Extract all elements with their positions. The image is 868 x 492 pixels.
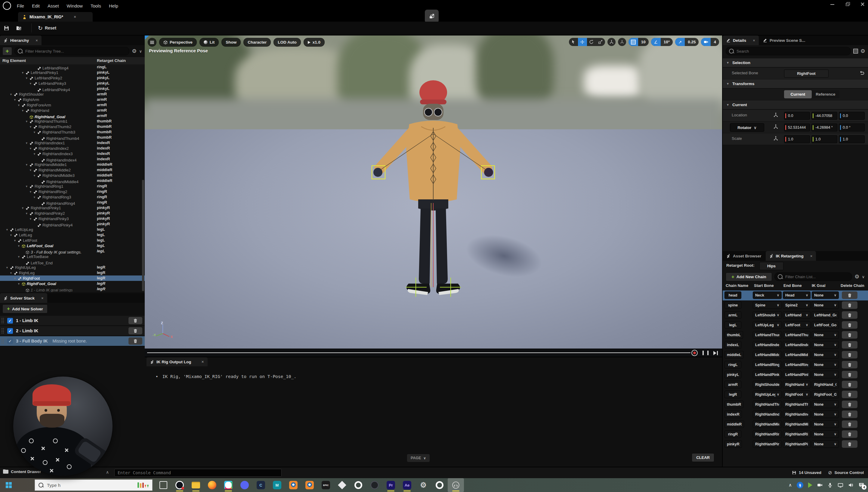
chain-row-head[interactable]: headNeck∨Head∨None∨ [723, 291, 868, 300]
expander-icon[interactable]: ▼ [9, 92, 13, 97]
chain-name-field[interactable]: armL [724, 311, 741, 319]
tab-ik-retargeting[interactable]: IK Retargeting × [766, 251, 816, 261]
chevron-up-icon[interactable]: ∧ [106, 470, 109, 474]
world-space-icon[interactable] [607, 38, 616, 46]
expander-icon[interactable]: ▼ [33, 195, 36, 200]
end-bone-dropdown[interactable]: LeftHandMiddl [783, 351, 811, 359]
ik-goal-dropdown[interactable]: None∨ [812, 361, 839, 368]
start-bone-dropdown[interactable]: LeftHandIndex [753, 341, 782, 348]
content-drawer-button[interactable]: Content Drawer [3, 469, 42, 474]
ik-goal-dropdown[interactable]: None∨ [812, 291, 839, 299]
tree-row-righthandmiddle1[interactable]: ▼RightHandMiddle1middleR [0, 162, 145, 167]
expander-icon[interactable]: ▼ [25, 162, 28, 168]
expander-icon[interactable]: ▼ [18, 243, 21, 249]
chain-row-ringL[interactable]: ringLLeftHandRing1LeftHandRing4None∨ [723, 360, 868, 370]
tree-row-righthandpinky1[interactable]: ▼RightHandPinky1pinkyR [0, 205, 145, 211]
taskbar-icon-c4d[interactable]: C [253, 478, 269, 492]
taskbar-icon-ring[interactable] [350, 478, 366, 492]
tab-solver-stack[interactable]: Solver Stack × [0, 293, 47, 303]
drag-handle-icon[interactable] [1, 328, 4, 334]
chain-row-legL[interactable]: legLLeftUpLeg∨LeftFoot∨LeftFoot_Go [723, 320, 868, 330]
scale-y-field[interactable]: 1.0 [812, 135, 837, 143]
snap-grid[interactable]: 10 [628, 38, 649, 46]
end-bone-dropdown[interactable]: LeftHand∨ [783, 311, 811, 319]
chain-name-field[interactable]: head [724, 291, 741, 299]
chain-name-field[interactable]: armR [724, 381, 741, 388]
end-bone-dropdown[interactable]: LeftHandPinky [783, 371, 811, 378]
solver-row-2[interactable]: ✓2 - Limb IK [0, 326, 145, 336]
start-bone-dropdown[interactable]: Neck∨ [753, 291, 782, 299]
expander-icon[interactable]: ▼ [29, 146, 32, 151]
end-bone-dropdown[interactable]: RightHandRing [783, 430, 811, 438]
tree-row-lefttoe-end[interactable]: LeftToe_End [0, 259, 145, 265]
add-rig-element-button[interactable]: + [2, 47, 12, 55]
ik-goal-dropdown[interactable]: None∨ [812, 400, 839, 408]
taskbar-icon-obs[interactable] [171, 478, 188, 492]
tree-row-leftfoot-goal[interactable]: ▼LeftFoot_GoallegL [0, 243, 145, 248]
ik-goal-dropdown[interactable]: None∨ [812, 341, 839, 348]
delete-chain-button[interactable] [842, 351, 858, 359]
expander-icon[interactable]: ▼ [21, 70, 24, 75]
chevron-down-icon[interactable]: ∨ [139, 49, 142, 53]
viewport-pill-x1-0[interactable]: x1.0 [304, 38, 324, 47]
pause-icon[interactable] [702, 351, 708, 355]
start-bone-dropdown[interactable]: RightHandInde [753, 411, 782, 418]
tree-row-righthandpinky2[interactable]: ▼RightHandPinky2pinkyR [0, 211, 145, 216]
chain-filter-input[interactable] [785, 274, 849, 279]
chain-name-field[interactable]: legL [724, 321, 741, 329]
expander-icon[interactable]: ▼ [25, 141, 28, 146]
rotator-z-field[interactable]: 0.0 ° [839, 124, 865, 131]
expander-icon[interactable]: ▼ [18, 281, 21, 287]
ik-goal-dropdown[interactable]: None∨ [812, 371, 839, 378]
selection-section-header[interactable]: ▼ Selection [723, 58, 868, 67]
menu-help[interactable]: Help [109, 3, 118, 8]
taskbar-icon-settings[interactable]: ⚙ [415, 478, 431, 492]
mode-reference-button[interactable]: Reference [812, 90, 839, 98]
solver-checkbox[interactable]: ✓ [7, 318, 13, 324]
tree-row-rightshoulder[interactable]: ▼RightShoulderarmR [0, 92, 145, 97]
delete-chain-button[interactable] [842, 391, 858, 398]
viewport-pill-lod-auto[interactable]: LOD Auto [273, 38, 300, 47]
start-bone-dropdown[interactable]: LeftHandPinky [753, 371, 782, 378]
expander-icon[interactable]: ▼ [6, 265, 9, 270]
end-bone-dropdown[interactable]: RightHandInde [783, 411, 811, 418]
menu-asset[interactable]: Asset [48, 3, 59, 8]
chain-row-pinkyR[interactable]: pinkyRRightHandPinkRightHandPinkNone∨ [723, 439, 868, 449]
expander-icon[interactable]: ▼ [29, 124, 32, 130]
save-button[interactable] [4, 24, 9, 32]
expander-icon[interactable]: ▼ [18, 102, 21, 108]
solver-row-3[interactable]: ✓3 - Full Body IKMissing root bone. [0, 336, 145, 346]
ik-goal-dropdown[interactable]: None∨ [812, 420, 839, 428]
tree-row-lefthandpinky4[interactable]: LeftHandPinky4pinkyL [0, 86, 145, 92]
tree-row-3-full-body-ik-goal-settings-[interactable]: 3 - Full Body IK goal settings.legL [0, 248, 145, 254]
taskbar-icon-taskview[interactable] [155, 478, 171, 492]
expander-icon[interactable]: ▼ [25, 75, 28, 81]
ik-goal-dropdown[interactable]: None∨ [812, 440, 839, 448]
solver-checkbox[interactable]: ✓ [7, 338, 13, 344]
start-bone-dropdown[interactable]: RightShoulder [753, 381, 782, 388]
start-bone-dropdown[interactable]: LeftShoulder∨ [753, 311, 782, 319]
chain-row-thumbL[interactable]: thumbLLeftHandThumLeftHandThumNone∨ [723, 330, 868, 340]
delete-solver-button[interactable] [128, 327, 142, 335]
tree-row-righthandindex4[interactable]: RightHandIndex4indexR [0, 156, 145, 162]
tree-row-righthandring4[interactable]: RightHandRing4ringR [0, 200, 145, 205]
ik-goal-dropdown[interactable]: LeftHand_Go [812, 311, 839, 319]
scale-z-field[interactable]: 1.0 [839, 135, 865, 143]
expander-icon[interactable]: ▼ [9, 270, 13, 276]
delete-chain-button[interactable] [842, 331, 858, 339]
tray-mic-icon[interactable] [827, 483, 833, 488]
tree-row-righthandindex3[interactable]: ▼RightHandIndex3indexR [0, 151, 145, 156]
tree-row-rightfoot[interactable]: ▼RightFootlegR [0, 275, 145, 281]
tab-details[interactable]: Details × [723, 35, 759, 45]
tree-row-lefthandring4[interactable]: LeftHandRing4ringL [0, 64, 145, 70]
chain-name-field[interactable]: ringR [724, 430, 741, 438]
tree-row-rightfoot-goal[interactable]: ▼RightFoot_GoallegR [0, 281, 145, 286]
close-solver-tab-icon[interactable]: × [41, 296, 44, 300]
viewport-pill-character[interactable]: Character [243, 38, 271, 47]
tree-row-lefthandpinky3[interactable]: ▼LeftHandPinky3pinkyL [0, 81, 145, 86]
solver-row-1[interactable]: ✓1 - Limb IK [0, 316, 145, 326]
asset-tab-mixamo-ik-rig[interactable]: Mixamo_IK_RIG* × [18, 12, 93, 22]
tree-row-lefthandpinky1[interactable]: ▼LeftHandPinky1pinkyL [0, 70, 145, 75]
tree-row-righthandmiddle3[interactable]: ▼RightHandMiddle3middleR [0, 173, 145, 178]
tree-row-1-limb-ik-goal-settings[interactable]: 1 - Limb IK goal settingslegR [0, 286, 145, 292]
